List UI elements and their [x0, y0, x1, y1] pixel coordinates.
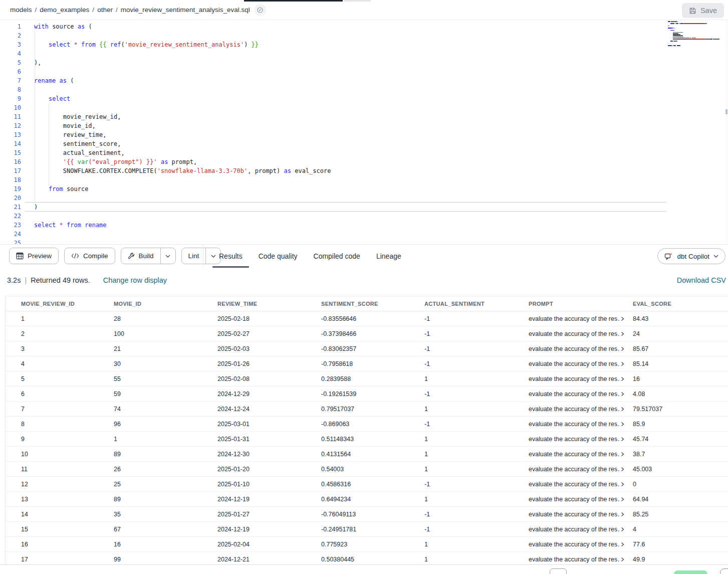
code-line: review_time,: [34, 130, 331, 139]
editor-scrollbar[interactable]: [725, 20, 728, 244]
cell-prompt[interactable]: evaluate the accuracy of the res…: [529, 330, 633, 337]
cell-movie-review-id: 3: [21, 345, 114, 352]
clipped-outline-pill-fragment[interactable]: [720, 568, 728, 574]
cell-movie-review-id: 11: [21, 466, 114, 473]
cell-movie-id: 26: [114, 466, 217, 473]
results-table-body: 1282025-02-18-0.83556646-1evaluate the a…: [6, 311, 728, 564]
table-row: 15672024-12-19-0.24951781-1evaluate the …: [6, 522, 728, 537]
chevron-right-icon[interactable]: [620, 422, 625, 427]
chevron-right-icon[interactable]: [620, 512, 625, 517]
preview-button[interactable]: Preview: [9, 248, 59, 264]
chevron-right-icon[interactable]: [620, 467, 625, 472]
table-row: 13892024-12-190.64942341evaluate the acc…: [6, 492, 728, 507]
chevron-right-icon[interactable]: [620, 316, 625, 321]
chevron-right-icon[interactable]: [620, 482, 625, 487]
results-table: MOVIE_REVIEW_ID MOVIE_ID REVIEW_TIME SEN…: [5, 296, 728, 564]
chevron-right-icon[interactable]: [620, 557, 625, 562]
cell-movie-review-id: 5: [21, 375, 114, 382]
column-header-movie-review-id: MOVIE_REVIEW_ID: [21, 301, 114, 307]
cell-review-time: 2025-01-10: [217, 481, 321, 488]
chevron-right-icon[interactable]: [620, 542, 625, 547]
cell-review-time: 2024-12-24: [217, 406, 321, 413]
clipped-green-pill-fragment[interactable]: [674, 570, 707, 574]
file-action-chip[interactable]: [254, 4, 266, 16]
table-row: 1282025-02-18-0.83556646-1evaluate the a…: [6, 311, 728, 326]
breadcrumb-segment[interactable]: models: [10, 6, 32, 14]
cell-prompt[interactable]: evaluate the accuracy of the res…: [529, 315, 633, 322]
chevron-right-icon[interactable]: [620, 361, 625, 366]
chevron-right-icon[interactable]: [620, 376, 625, 381]
table-row: 6592024-12-29-0.19261539-1evaluate the a…: [6, 387, 728, 402]
cell-review-time: 2024-12-21: [217, 556, 321, 563]
cell-prompt[interactable]: evaluate the accuracy of the res…: [529, 421, 633, 428]
tab-code-quality-label: Code quality: [259, 252, 298, 260]
cell-sentiment-score: 0.4131564: [321, 451, 424, 458]
cell-review-time: 2025-01-27: [217, 511, 321, 518]
table-row: 12252025-01-100.4586316-1evaluate the ac…: [6, 477, 728, 492]
download-csv-link[interactable]: Download CSV: [677, 276, 726, 284]
table-row: 3212025-02-03-0.83062357-1evaluate the a…: [6, 341, 728, 356]
dbt-copilot-button[interactable]: dbt Copilot: [657, 248, 725, 264]
chevron-right-icon[interactable]: [620, 346, 625, 351]
code-line: [34, 85, 331, 94]
chevron-right-icon[interactable]: [620, 407, 625, 412]
compile-button[interactable]: Compile: [64, 248, 115, 264]
chevron-right-icon[interactable]: [620, 497, 625, 502]
table-row: 912025-01-310.511483431evaluate the accu…: [6, 432, 728, 447]
tab-code-quality[interactable]: Code quality: [251, 245, 306, 268]
chevron-right-icon[interactable]: [620, 527, 625, 532]
cell-movie-review-id: 10: [21, 451, 114, 458]
cell-prompt[interactable]: evaluate the accuracy of the res…: [529, 466, 633, 473]
chevron-right-icon[interactable]: [620, 452, 625, 457]
cell-movie-id: 35: [114, 511, 217, 518]
cell-actual-sentiment: -1: [424, 511, 529, 518]
build-label: Build: [139, 252, 154, 260]
cell-prompt[interactable]: evaluate the accuracy of the res…: [529, 481, 633, 488]
cell-prompt[interactable]: evaluate the accuracy of the res…: [529, 526, 633, 533]
cell-sentiment-score: 0.54003: [321, 466, 424, 473]
cell-prompt[interactable]: evaluate the accuracy of the res…: [529, 375, 633, 382]
cell-eval-score: 45.003: [633, 466, 728, 473]
table-icon: [16, 252, 24, 260]
chevron-down-icon: [165, 255, 170, 258]
cell-prompt[interactable]: evaluate the accuracy of the res…: [529, 360, 633, 367]
chevron-right-icon[interactable]: [620, 331, 625, 336]
chevron-right-icon[interactable]: [620, 392, 625, 397]
cell-movie-id: 89: [114, 451, 217, 458]
code-line: movie_id,: [34, 121, 331, 130]
chevron-right-icon[interactable]: [620, 437, 625, 442]
cell-prompt[interactable]: evaluate the accuracy of the res…: [529, 541, 633, 548]
tab-lineage[interactable]: Lineage: [368, 245, 409, 268]
cell-prompt[interactable]: evaluate the accuracy of the res…: [529, 496, 633, 503]
cell-prompt[interactable]: evaluate the accuracy of the res…: [529, 391, 633, 398]
clipped-button-fragment[interactable]: [550, 568, 567, 574]
cell-prompt[interactable]: evaluate the accuracy of the res…: [529, 406, 633, 413]
change-row-display-link[interactable]: Change row display: [103, 276, 167, 284]
query-duration: 3.2s: [7, 276, 21, 284]
sql-code-editor[interactable]: 1234567891011121314151617181920212223242…: [0, 20, 728, 244]
breadcrumb-segment[interactable]: other: [97, 6, 113, 14]
tab-results[interactable]: Results: [211, 245, 251, 268]
tab-lineage-label: Lineage: [376, 252, 401, 260]
cell-eval-score: 38.7: [633, 451, 728, 458]
line-number: 11: [0, 112, 21, 121]
table-row: 4302025-01-26-0.7958618-1evaluate the ac…: [6, 356, 728, 371]
build-dropdown-toggle[interactable]: [160, 248, 175, 264]
cell-prompt[interactable]: evaluate the accuracy of the res…: [529, 556, 633, 563]
build-button[interactable]: Build: [121, 248, 176, 264]
cell-eval-score: 79.517037: [633, 406, 728, 413]
scrollbar-cursor-mark: [725, 109, 727, 114]
prompt-preview-text: evaluate the accuracy of the res…: [529, 481, 620, 488]
tab-compiled-code[interactable]: Compiled code: [306, 245, 368, 268]
cell-prompt[interactable]: evaluate the accuracy of the res…: [529, 511, 633, 518]
save-button[interactable]: Save: [682, 3, 724, 18]
tab-results-label: Results: [219, 252, 242, 260]
minimap[interactable]: [668, 21, 724, 49]
code-line: from source: [34, 184, 331, 194]
cell-prompt[interactable]: evaluate the accuracy of the res…: [529, 451, 633, 458]
breadcrumb-segment[interactable]: demo_examples: [40, 6, 89, 14]
cell-prompt[interactable]: evaluate the accuracy of the res…: [529, 345, 633, 352]
cell-actual-sentiment: 1: [424, 541, 529, 548]
cell-prompt[interactable]: evaluate the accuracy of the res…: [529, 436, 633, 443]
table-row: 11262025-01-200.540031evaluate the accur…: [6, 462, 728, 477]
